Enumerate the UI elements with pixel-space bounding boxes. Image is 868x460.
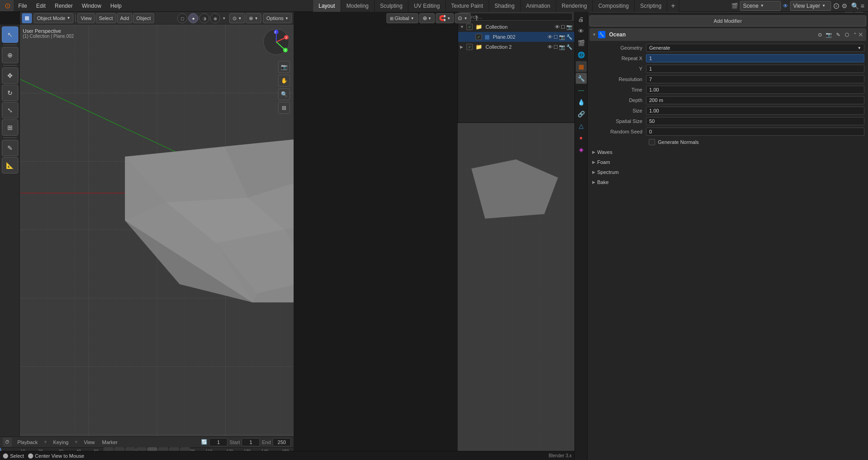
random-seed-value[interactable]: 0 (646, 128, 864, 136)
select-tool-btn[interactable]: ↖ (2, 26, 18, 43)
cursor-tool-btn[interactable]: ⊕ (2, 47, 18, 63)
options-btn[interactable]: Options ▼ (263, 13, 292, 23)
current-frame-input[interactable]: 1 (209, 438, 227, 446)
preferences-btn[interactable]: ⚙ (842, 2, 847, 10)
scale-tool-btn[interactable]: ⤡ (2, 102, 18, 118)
plane-render-icon[interactable]: 📷 (559, 34, 565, 40)
viewport-camera-btn[interactable]: 📷 (278, 61, 290, 73)
modifier-delete-btn[interactable]: ✕ (858, 31, 863, 38)
tab-scripting[interactable]: Scripting (635, 0, 667, 12)
collection-checkbox[interactable]: ✓ (466, 24, 473, 30)
modifier-realtime-btn[interactable]: ⊙ (816, 31, 824, 39)
tab-compositing[interactable]: Compositing (593, 0, 635, 12)
axis-widget[interactable]: Z X Y (263, 28, 290, 56)
props-object-icon[interactable]: ▦ (576, 61, 587, 72)
menu-render[interactable]: Render (50, 0, 77, 11)
collection-select-icon[interactable]: ☐ (561, 24, 565, 30)
add-menu-btn[interactable]: Add (117, 13, 133, 23)
depth-value[interactable]: 200 m (646, 96, 864, 104)
marker-menu[interactable]: Marker (100, 440, 119, 445)
props-physics-icon[interactable]: 💧 (576, 97, 587, 107)
viewport-zoom-btn[interactable]: 🔍 (278, 88, 290, 100)
tab-animation[interactable]: Animation (521, 0, 556, 12)
props-shader-icon[interactable]: ◈ (576, 144, 587, 155)
view-menu-btn[interactable]: View (78, 13, 95, 23)
outliner-item-plane002[interactable]: ✓ ▦ Plane.002 👁 ☐ 📷 🔧 (458, 32, 574, 42)
measure-tool-btn[interactable]: 📐 (2, 157, 18, 174)
spatial-size-value[interactable]: 50 (646, 117, 864, 125)
snap-toggle[interactable]: 🧲 ▼ (436, 13, 454, 23)
tab-shading[interactable]: Shading (489, 0, 521, 12)
playback-menu[interactable]: Playback (16, 440, 40, 445)
proportional-toggle[interactable]: ⊙ ▼ (455, 13, 470, 23)
pivot-dropdown[interactable]: ⊕ ▼ (419, 13, 435, 23)
search-btn[interactable]: 🔍 (851, 2, 859, 10)
size-value[interactable]: 1.00 (646, 107, 864, 115)
tab-layout[interactable]: Layout (313, 0, 341, 12)
collection-visibility-icon[interactable]: 👁 (555, 24, 560, 30)
select-menu-btn[interactable]: Select (96, 13, 116, 23)
bake-collapsible[interactable]: ▶ Bake (589, 177, 866, 187)
props-output-icon[interactable]: 🖨 (576, 14, 587, 25)
timeline-view-menu[interactable]: View (82, 440, 97, 445)
spectrum-collapsible[interactable]: ▶ Spectrum (589, 167, 866, 177)
props-material-icon[interactable]: ● (576, 132, 587, 143)
rendered-shading-btn[interactable]: ◉ (210, 13, 220, 23)
modifier-collapse-icon[interactable]: ▼ (592, 32, 596, 37)
collection-render-icon[interactable]: 📷 (566, 24, 573, 30)
gizmo-btn[interactable]: ⊕ ▼ (246, 13, 261, 23)
tab-rendering[interactable]: Rendering (556, 0, 593, 12)
collection2-render-icon[interactable]: 📷 (559, 44, 565, 50)
viewport-hand-btn[interactable]: ✋ (278, 75, 290, 87)
foam-collapsible[interactable]: ▶ Foam (589, 157, 866, 167)
repeat-y-value[interactable]: 1 (646, 65, 864, 73)
start-frame-input[interactable]: 1 (242, 438, 260, 446)
menu-edit[interactable]: Edit (31, 0, 50, 11)
tab-add[interactable]: + (667, 0, 679, 12)
overlay-btn[interactable]: ⊙ ▼ (229, 13, 245, 23)
shading-options-btn[interactable]: ▼ (221, 15, 227, 21)
3d-viewport[interactable]: User Perspective (1) Collection | Plane.… (20, 25, 294, 436)
generate-normals-checkbox[interactable] (649, 139, 655, 145)
tab-sculpting[interactable]: Sculpting (375, 0, 408, 12)
collection2-select-icon[interactable]: ☐ (553, 44, 558, 50)
props-constraints-icon[interactable]: 🔗 (576, 108, 587, 119)
annotate-tool-btn[interactable]: ✎ (2, 140, 18, 156)
repeat-x-value[interactable]: 1 (646, 54, 864, 62)
menu-help[interactable]: Help (106, 0, 126, 11)
props-data-icon[interactable]: △ (576, 120, 587, 131)
props-modifier-icon[interactable]: 🔧 (576, 73, 587, 84)
props-world-icon[interactable]: 🌐 (576, 49, 587, 60)
blender-logo-btn[interactable]: ⊙ (0, 0, 14, 11)
add-modifier-button[interactable]: Add Modifier (589, 15, 866, 26)
menu-file[interactable]: File (14, 0, 31, 11)
right-mini-viewport[interactable] (458, 123, 574, 451)
collection2-visibility-icon[interactable]: 👁 (548, 44, 553, 50)
collection2-checkbox[interactable]: ✓ (466, 44, 473, 50)
scene-selector[interactable]: Scene ▼ (740, 1, 781, 11)
modifier-cage-btn[interactable]: ⬡ (843, 31, 851, 39)
props-particles-icon[interactable]: ⋯ (576, 85, 587, 96)
wireframe-shading-btn[interactable]: ◻ (177, 13, 187, 23)
view-layer-selector[interactable]: View Layer ▼ (790, 1, 831, 11)
menu-window[interactable]: Window (77, 0, 106, 11)
modifier-render-btn[interactable]: 📷 (825, 31, 833, 39)
move-tool-btn[interactable]: ✥ (2, 67, 18, 84)
resolution-value[interactable]: 7 (646, 75, 864, 83)
rotate-tool-btn[interactable]: ↻ (2, 85, 18, 101)
gpencil-btn[interactable]: ⌇ (471, 13, 481, 23)
tab-modeling[interactable]: Modeling (341, 0, 375, 12)
object-mode-dropdown[interactable]: Object Mode ▼ (34, 13, 73, 23)
outliner-item-collection2[interactable]: ▶ ✓ 📁 Collection 2 👁 ☐ 📷 🔧 (458, 42, 574, 52)
tab-uv-editing[interactable]: UV Editing (408, 0, 446, 12)
props-scene-icon[interactable]: 🎬 (576, 37, 587, 48)
geometry-dropdown[interactable]: Generate ▼ (646, 44, 864, 52)
transform-global-dropdown[interactable]: ⊞ Global ▼ (387, 13, 418, 23)
filter-btn[interactable]: ≡ (861, 2, 864, 10)
keying-menu[interactable]: Keying (52, 440, 71, 445)
plane-visibility-icon[interactable]: 👁 (548, 34, 553, 40)
end-frame-input[interactable]: 250 (273, 438, 291, 446)
solid-shading-btn[interactable]: ● (188, 13, 198, 23)
props-view-icon[interactable]: 👁 (576, 26, 587, 36)
modifier-edit-btn[interactable]: ✎ (834, 31, 842, 39)
